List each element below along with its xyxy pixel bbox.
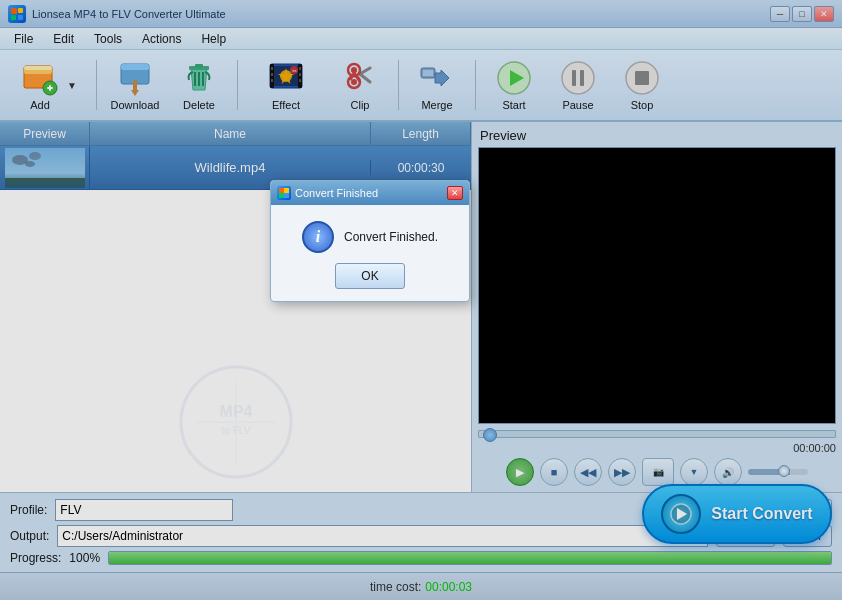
modal-overlay: Convert Finished ✕ i Convert Finished. O… [0, 0, 842, 600]
modal-dialog: Convert Finished ✕ i Convert Finished. O… [270, 180, 470, 302]
info-icon: i [302, 221, 334, 253]
modal-title: Convert Finished [295, 187, 447, 199]
svg-rect-60 [284, 193, 289, 198]
modal-message-row: i Convert Finished. [302, 221, 438, 253]
modal-body: i Convert Finished. OK [271, 205, 469, 301]
modal-message: Convert Finished. [344, 230, 438, 244]
modal-title-bar: Convert Finished ✕ [271, 181, 469, 205]
modal-app-icon [277, 186, 291, 200]
modal-close-button[interactable]: ✕ [447, 186, 463, 200]
svg-rect-59 [279, 193, 284, 198]
modal-ok-button[interactable]: OK [335, 263, 405, 289]
svg-rect-57 [279, 188, 284, 193]
svg-rect-58 [284, 188, 289, 193]
